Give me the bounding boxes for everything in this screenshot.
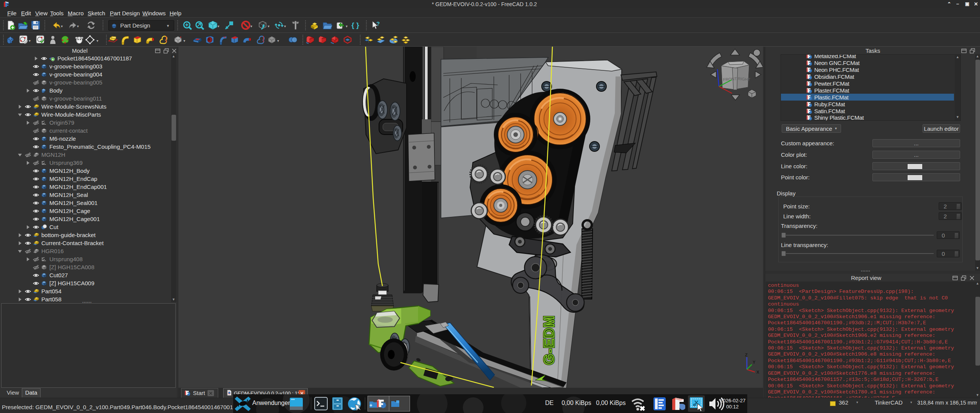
svg-text:?: ?: [376, 20, 380, 27]
svg-text:Z: Z: [745, 353, 748, 357]
svg-text:X: X: [756, 370, 760, 374]
svg-text:G-EDM: G-EDM: [541, 315, 557, 365]
svg-text:Y: Y: [753, 360, 756, 364]
